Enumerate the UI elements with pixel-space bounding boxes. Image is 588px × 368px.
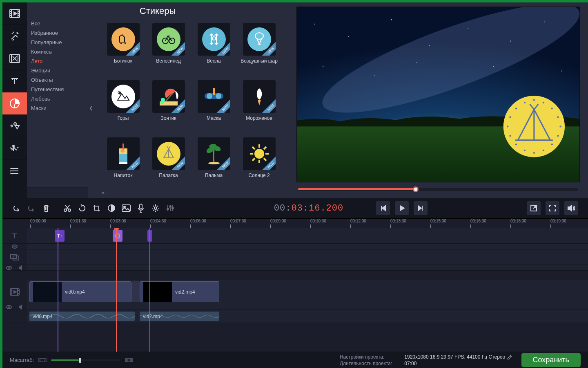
- equalizer-button[interactable]: [163, 201, 177, 215]
- svg-rect-73: [140, 204, 142, 209]
- transition-gap[interactable]: [131, 281, 140, 302]
- category-item[interactable]: Объекты: [27, 75, 88, 85]
- tab-media[interactable]: [2, 2, 27, 25]
- sticker-item[interactable]: NEWГоры: [103, 80, 144, 129]
- sticker-item[interactable]: NEWВоздушный шар: [239, 23, 280, 72]
- svg-point-61: [524, 150, 526, 151]
- eye-icon[interactable]: [12, 245, 18, 249]
- crop-button[interactable]: [90, 201, 104, 215]
- sticker-item[interactable]: NEWМороженое: [239, 80, 280, 129]
- category-item[interactable]: Избранное: [27, 28, 88, 38]
- sticker-label: Вёсла: [207, 58, 220, 64]
- svg-point-66: [515, 108, 517, 109]
- zoom-slider[interactable]: [51, 359, 120, 361]
- undo-button[interactable]: [10, 201, 24, 215]
- overlay-track-head[interactable]: [2, 249, 27, 265]
- sticker-label: Пальма: [205, 173, 223, 178]
- sticker-label: Маска: [207, 115, 221, 121]
- sticker-item[interactable]: NEWМаска: [194, 80, 234, 129]
- speaker-icon[interactable]: [19, 305, 24, 310]
- next-frame-button[interactable]: [414, 201, 428, 215]
- zoom-in-icon[interactable]: [125, 357, 134, 364]
- svg-point-39: [391, 19, 392, 20]
- snapshot-button[interactable]: [119, 201, 133, 215]
- volume-button[interactable]: [564, 201, 578, 215]
- tab-filters[interactable]: [2, 25, 27, 47]
- speaker-icon[interactable]: [19, 265, 24, 270]
- category-item[interactable]: Путешествия: [27, 85, 88, 94]
- video-track-lane[interactable]: vid0.mp4 vid2.mp4: [27, 280, 588, 304]
- save-button[interactable]: Сохранить: [521, 353, 581, 367]
- sticker-item[interactable]: NEWПалатка: [148, 137, 189, 186]
- collapse-categories[interactable]: [88, 19, 94, 198]
- delete-button[interactable]: [39, 201, 53, 215]
- audio-clip-2[interactable]: vid2.mp4: [140, 312, 219, 321]
- rotate-button[interactable]: [75, 201, 89, 215]
- svg-point-52: [533, 99, 535, 101]
- sticker-label: Солнце 2: [248, 173, 270, 178]
- svg-point-55: [557, 116, 559, 118]
- ruler-tick: 00:06:00: [190, 219, 206, 223]
- video-clip-1[interactable]: vid0.mp4: [29, 281, 131, 302]
- svg-point-81: [14, 246, 15, 247]
- tab-stickers[interactable]: [2, 92, 27, 115]
- video-track-head[interactable]: [2, 280, 27, 304]
- eye-icon[interactable]: [6, 266, 12, 270]
- overlay-track-lane[interactable]: [27, 249, 588, 265]
- category-item[interactable]: Эмоции: [27, 66, 88, 75]
- sticker-item[interactable]: NEWБотинок: [103, 23, 144, 72]
- svg-point-35: [254, 149, 264, 159]
- tab-more[interactable]: [2, 160, 27, 182]
- prev-frame-button[interactable]: [376, 201, 390, 215]
- popout-button[interactable]: [527, 201, 541, 215]
- title-clip-2[interactable]: [113, 230, 122, 242]
- sticker-item[interactable]: NEWВелосипед: [148, 23, 189, 72]
- color-button[interactable]: [105, 201, 118, 215]
- clip-properties-button[interactable]: [149, 201, 163, 215]
- tab-animation[interactable]: [2, 137, 27, 160]
- title-clip-1[interactable]: TT: [55, 230, 65, 242]
- svg-point-53: [543, 102, 544, 103]
- zoom-control: Масштаб:: [10, 357, 134, 364]
- project-settings-value: 1920x1080 16:9 29.97 FPS, 44100 Гц Стере…: [404, 354, 505, 360]
- ruler-tick: 00:16:30: [470, 219, 486, 223]
- sticker-label: Воздушный шар: [241, 58, 278, 64]
- category-item[interactable]: Любовь: [27, 94, 88, 103]
- split-button[interactable]: [60, 201, 74, 215]
- play-button[interactable]: [395, 201, 409, 215]
- sticker-item[interactable]: NEWСолнце 2: [239, 137, 280, 186]
- sticker-item[interactable]: NEWНапиток: [103, 137, 144, 186]
- tab-transitions[interactable]: [2, 47, 27, 70]
- sticker-label: Напиток: [114, 173, 133, 178]
- svg-point-13: [212, 37, 216, 40]
- title-track-head[interactable]: [2, 228, 27, 243]
- ruler-tick: 00:01:30: [70, 219, 86, 223]
- category-item[interactable]: Все: [27, 19, 88, 28]
- preview-scrubber[interactable]: [296, 182, 580, 196]
- sticker-item[interactable]: NEWЗонтик: [148, 80, 189, 129]
- svg-point-47: [561, 71, 562, 72]
- sticker-grid: NEWБотинокNEWВелосипедNEWВёслаNEWВоздушн…: [94, 19, 288, 198]
- title-track-lane[interactable]: TT: [27, 228, 588, 243]
- preview-video[interactable]: [296, 7, 580, 182]
- record-audio-button[interactable]: [134, 201, 148, 215]
- fullscreen-button[interactable]: [546, 201, 559, 215]
- category-item[interactable]: Лето: [27, 56, 88, 66]
- sticker-item[interactable]: NEWПальма: [194, 137, 234, 186]
- audio-clip-1[interactable]: vid0.mp4: [29, 312, 135, 321]
- tab-titles[interactable]: [2, 70, 27, 92]
- eye-icon[interactable]: [6, 305, 12, 309]
- video-clip-2[interactable]: vid2.mp4: [140, 281, 219, 302]
- category-item[interactable]: Комиксы: [27, 47, 88, 56]
- edit-settings-icon[interactable]: [507, 355, 512, 359]
- sticker-item[interactable]: NEWВёсла: [194, 23, 234, 72]
- zoom-out-icon[interactable]: [38, 357, 47, 364]
- sticker-label: Горы: [118, 115, 129, 121]
- svg-point-22: [216, 93, 221, 99]
- redo-button[interactable]: [24, 201, 38, 215]
- category-item[interactable]: Популярные: [27, 38, 88, 47]
- audio-track-lane[interactable]: vid0.mp4 vid2.mp4: [27, 310, 588, 323]
- category-item[interactable]: Маски: [27, 103, 88, 113]
- timeline-ruler[interactable]: 00:00:0000:01:3000:03:0000:04:3000:06:00…: [2, 218, 588, 228]
- tab-callouts[interactable]: [2, 115, 27, 137]
